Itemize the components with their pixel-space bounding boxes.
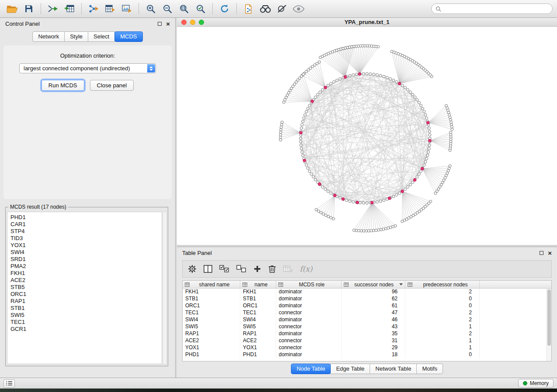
cell-shared-name: ORC1 [183,303,240,309]
search-box[interactable] [431,3,553,14]
column-header-shared-name[interactable]: shared name [183,281,240,288]
add-column-button[interactable] [253,265,261,273]
mcds-result-item[interactable]: SRD1 [10,256,159,263]
mcds-result-item[interactable]: SWI4 [10,249,159,256]
table-row[interactable]: SWI5SWI5connector431 [183,323,551,330]
table-row[interactable]: YOX1YOX1connector291 [183,344,551,351]
cell-successor-nodes: 31 [342,337,405,344]
memory-button[interactable]: Memory [518,379,554,388]
zoom-selected-button[interactable] [193,2,208,16]
result-list-scrollbar[interactable] [163,212,167,364]
table-scrollbar[interactable] [547,289,551,361]
mcds-result-item[interactable]: YOX1 [10,242,159,249]
network-canvas[interactable] [177,27,557,245]
table-row[interactable]: STB1STB1dominator620 [183,296,551,303]
close-panel-icon[interactable]: × [166,21,170,27]
app-window: Control Panel × NetworkStyleSelectMCDS O… [0,0,557,389]
cell-name: ACE2 [240,337,276,344]
zoom-selected-icon [196,4,206,14]
column-header-MCDS-role[interactable]: MCDS role [276,281,342,288]
cell-filler [480,330,551,337]
show-panels-button[interactable] [3,379,15,388]
import-table-button[interactable] [62,2,77,16]
mcds-result-item[interactable]: STB1 [10,305,159,312]
tab-network-table[interactable]: Network Table [370,364,417,374]
column-header-predecessor-nodes[interactable]: predecessor nodes [405,281,480,288]
import-network-button[interactable] [45,2,61,16]
hide-details-button[interactable] [274,2,290,16]
tab-node-table[interactable]: Node Table [291,364,331,374]
mcds-result-item[interactable]: SWI5 [10,312,159,319]
table-panel-titlebar: Table Panel × [177,247,557,259]
mcds-result-item[interactable]: TEC1 [10,319,159,326]
search-input[interactable] [443,6,548,12]
tab-motifs[interactable]: Motifs [416,364,443,374]
mcds-result-item[interactable]: TID3 [10,235,159,242]
tab-select[interactable]: Select [88,31,115,42]
table-row[interactable]: ORC1ORC1dominator610 [183,303,551,309]
run-mcds-button[interactable]: Run MCDS [42,80,84,91]
cell-mcds-role: dominator [276,330,342,337]
zoom-in-button[interactable] [143,2,159,16]
table-row[interactable]: ACE2ACE2connector311 [183,337,551,344]
open-file-button[interactable] [4,2,20,16]
show-columns-button[interactable] [204,265,212,273]
table-settings-button[interactable] [188,265,197,273]
column-header-name[interactable]: name [240,281,276,288]
cell-name: SWI4 [240,316,276,323]
zoom-out-button[interactable] [159,2,175,16]
table-bottom-tabs: Node TableEdge TableNetwork TableMotifs [177,364,557,374]
cell-name: SWI5 [240,323,276,330]
float-table-panel-icon[interactable] [540,251,543,255]
table-scrollbar-thumb[interactable] [547,289,551,346]
optimization-criterion-select[interactable]: largest connected component (undirected) [19,63,156,73]
mcds-result-item[interactable]: CAR1 [10,221,159,228]
table-row[interactable]: FKH1FKH1dominator962 [183,289,551,296]
mcds-result-item[interactable]: ORC1 [10,291,159,298]
table-row[interactable]: TEC1TEC1connector472 [183,309,551,316]
columns-icon [204,265,212,273]
select-all-button[interactable] [219,265,229,273]
save-button[interactable] [21,2,37,16]
mcds-result-item[interactable]: STP4 [10,228,159,235]
export-table-button[interactable] [102,2,118,16]
table-row[interactable]: RAP1RAP1dominator352 [183,330,551,337]
table-row[interactable]: SWI4SWI4dominator462 [183,316,551,323]
mcds-result-item[interactable]: FKH1 [10,270,159,277]
mcds-result-item[interactable]: PHD1 [10,214,159,221]
zoom-fit-button[interactable] [176,2,192,16]
toolbar-separator [236,3,237,14]
mcds-result-item[interactable]: PMA2 [10,263,159,270]
cell-mcds-role: dominator [276,303,342,309]
export-image-button[interactable] [119,2,135,16]
column-header-successor-nodes[interactable]: successor nodes [342,281,405,288]
node-table: shared namenameMCDS rolesuccessor nodesp… [182,280,552,361]
tab-style[interactable]: Style [64,31,88,42]
mcds-result-list[interactable]: PHD1CAR1STP4TID3YOX1SWI4SRD1PMA2FKH1ACE2… [7,212,162,364]
search-network-button[interactable] [257,2,273,16]
close-table-panel-icon[interactable]: × [548,250,552,256]
table-row[interactable]: PHD1PHD1dominator180 [183,351,551,358]
cell-predecessor-nodes: 2 [405,289,480,296]
export-network-button[interactable] [86,2,101,16]
delete-column-button[interactable] [268,265,276,273]
toolbar-separator [41,3,41,14]
cell-name: YOX1 [240,344,276,351]
float-panel-icon[interactable] [158,22,162,26]
tab-network[interactable]: Network [32,31,65,42]
refresh-button[interactable] [217,2,232,16]
close-panel-button[interactable]: Close panel [90,80,134,91]
cell-mcds-role: connector [276,309,342,316]
show-hide-button[interactable] [291,2,306,16]
mcds-result-item[interactable]: ACE2 [10,277,159,284]
network-titlebar[interactable]: YPA_prune.txt_1 [177,18,557,27]
export-document-button[interactable] [241,2,256,16]
cell-filler [480,289,551,296]
mcds-result-item[interactable]: STB5 [10,284,159,291]
mcds-result-item[interactable]: GCR1 [10,326,159,333]
tab-edge-table[interactable]: Edge Table [330,364,370,374]
tab-mcds[interactable]: MCDS [114,31,142,42]
mcds-result-item[interactable]: RAP1 [10,298,159,305]
deselect-all-button[interactable] [236,265,246,273]
memory-status-dot [523,381,527,385]
